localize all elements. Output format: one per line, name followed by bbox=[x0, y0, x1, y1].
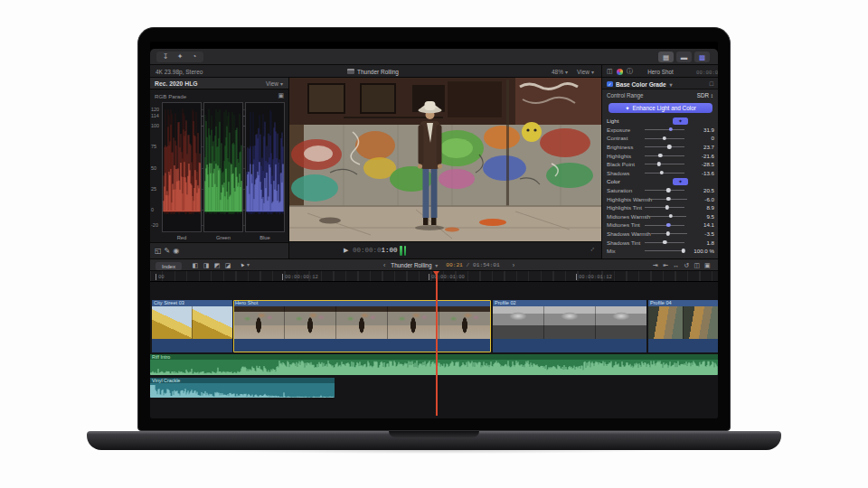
clip-hero-shot[interactable]: Hero Shot bbox=[233, 300, 491, 352]
viewer-view-dropdown[interactable]: View▾ bbox=[577, 69, 594, 75]
effect-row[interactable]: ✓ Base Color Grade ▾ □ bbox=[602, 78, 718, 89]
inspector-slider-row: Shadows Warmth-3.5 bbox=[602, 230, 718, 239]
overwrite-clip-icon[interactable]: ◪ bbox=[222, 261, 233, 270]
background-tasks-icon[interactable]: ◔ bbox=[187, 52, 202, 61]
slider-value: -21.6 bbox=[688, 153, 714, 159]
slider-handle[interactable] bbox=[666, 231, 670, 235]
keyword-editor-icon[interactable]: ✦ bbox=[173, 52, 187, 61]
import-media-icon[interactable]: ↧ bbox=[158, 52, 173, 61]
inspector-slider-row: Midtones Tint14.1 bbox=[602, 221, 718, 230]
slider-label: Midtones Tint bbox=[607, 221, 645, 228]
project-title: Thunder Rolling bbox=[347, 69, 399, 75]
control-range-select[interactable]: SDR ↕ bbox=[697, 92, 713, 99]
clip-thumb bbox=[493, 306, 544, 339]
insert-clip-icon[interactable]: ◨ bbox=[201, 261, 212, 270]
clip-city-street-03[interactable]: City Street 03 bbox=[152, 300, 232, 352]
slider-handle[interactable] bbox=[669, 214, 673, 218]
slider-handle[interactable] bbox=[666, 197, 670, 201]
slider-value: -6.0 bbox=[691, 196, 714, 202]
next-project-button[interactable]: › bbox=[513, 262, 514, 268]
slider-shadows[interactable] bbox=[645, 169, 684, 176]
clip-profile-02[interactable]: Profile 02 bbox=[493, 300, 646, 352]
audio-track-riff-intro[interactable]: Riff Intro bbox=[150, 354, 718, 375]
timeline-toggle-icon[interactable]: ▬ bbox=[676, 52, 692, 62]
viewer-zoom-dropdown[interactable]: 48%▾ bbox=[552, 69, 568, 75]
clip-name: City Street 03 bbox=[152, 300, 232, 306]
clip-thumbnails bbox=[648, 306, 718, 339]
skimming-icon[interactable]: ↺ bbox=[682, 261, 693, 270]
scope-annotate-icon[interactable]: ✎ bbox=[165, 247, 171, 256]
slider-track bbox=[645, 155, 684, 156]
slider-shadows-warmth[interactable] bbox=[651, 230, 687, 238]
connect-clip-icon[interactable]: ◧ bbox=[190, 261, 201, 270]
scopes-view-dropdown[interactable]: View▾ bbox=[266, 80, 283, 87]
tools-dropdown[interactable]: ▲▾ bbox=[239, 261, 250, 267]
slider-midtones-tint[interactable] bbox=[645, 221, 684, 229]
clip-profile-04[interactable]: Profile 04 bbox=[648, 300, 718, 352]
browser-toggle-icon[interactable]: ▦ bbox=[658, 52, 674, 62]
slider-handle[interactable] bbox=[658, 154, 662, 157]
audio-meters-icon[interactable]: ▣ bbox=[703, 261, 713, 270]
inspector-slider-row: Shadows-13.6 bbox=[602, 169, 718, 178]
slider-handle[interactable] bbox=[657, 162, 661, 165]
slider-highlights[interactable] bbox=[645, 152, 684, 159]
playhead[interactable] bbox=[436, 271, 438, 416]
slider-handle[interactable] bbox=[681, 249, 684, 252]
slider-contrast[interactable] bbox=[645, 135, 684, 142]
ruler-mark: 00:00:01:00 bbox=[429, 274, 465, 280]
slider-handle[interactable] bbox=[667, 145, 671, 148]
slider-handle[interactable] bbox=[663, 136, 666, 140]
slider-black-point[interactable] bbox=[645, 161, 684, 168]
scope-layout-icon[interactable]: ◱ bbox=[155, 247, 162, 256]
extend-edit-icon[interactable]: ↔ bbox=[671, 261, 682, 270]
trim-end-icon[interactable]: ⇤ bbox=[661, 261, 672, 270]
fullscreen-icon[interactable]: ↕ bbox=[590, 246, 596, 252]
scopes-header: Rec. 2020 HLG View▾ bbox=[150, 78, 289, 89]
scope-settings-icon[interactable]: ▣ bbox=[278, 92, 284, 99]
slider-handle[interactable] bbox=[660, 171, 664, 174]
slider-value: -3.5 bbox=[691, 230, 714, 237]
slider-label: Midtones Warmth bbox=[607, 213, 650, 220]
trim-start-icon[interactable]: ⇥ bbox=[650, 261, 661, 270]
viewer-video[interactable] bbox=[289, 78, 601, 241]
slider-value: 14.1 bbox=[688, 221, 714, 228]
slider-handle[interactable] bbox=[663, 240, 666, 244]
slider-midtones-warmth[interactable] bbox=[650, 212, 686, 220]
effect-checkbox[interactable]: ✓ bbox=[607, 81, 613, 88]
timeline-project-name[interactable]: Thunder Rolling ▾ bbox=[391, 262, 438, 268]
slider-highlights-warmth[interactable] bbox=[652, 195, 687, 202]
chevron-down-icon: ▾ bbox=[247, 262, 250, 267]
slider-brightness[interactable] bbox=[645, 144, 684, 151]
clip-thumb bbox=[544, 306, 596, 339]
scopes-toolbar: ◱✎◉ bbox=[150, 242, 289, 258]
edit-buttons-group: ◧◨◩◪ bbox=[190, 261, 233, 270]
section-label: Light bbox=[607, 117, 673, 124]
timeline-ruler[interactable]: 0000:00:00:1200:00:01:0000:00:01:12 bbox=[150, 271, 718, 282]
slider-handle[interactable] bbox=[666, 223, 670, 227]
index-button[interactable]: Index bbox=[156, 262, 182, 270]
slider-saturation[interactable] bbox=[645, 187, 684, 194]
section-enhance-toggle[interactable]: ✦ bbox=[673, 178, 688, 185]
slider-highlights-tint[interactable] bbox=[645, 204, 684, 211]
chevron-down-icon: ▾ bbox=[280, 81, 283, 87]
append-clip-icon[interactable]: ◩ bbox=[212, 261, 222, 270]
slider-shadows-tint[interactable] bbox=[645, 239, 684, 246]
play-button[interactable]: ▶ bbox=[344, 247, 348, 254]
page: ↧✦◔ ▦▬▩ 4K 23.98p, Stereo Thunder Rollin… bbox=[0, 0, 868, 488]
scope-camera-icon[interactable]: ◉ bbox=[173, 247, 179, 256]
previous-project-button[interactable]: ‹ bbox=[383, 262, 385, 268]
scopes-panel: RGB Parade ▣ 1201141007550250-20RedGreen… bbox=[150, 89, 289, 242]
audio-track-vinyl-crackle[interactable]: Vinyl Crackle bbox=[150, 378, 335, 398]
slider-handle[interactable] bbox=[665, 205, 668, 209]
effect-detach-icon[interactable]: □ bbox=[710, 80, 713, 87]
enhance-light-color-button[interactable]: ✦ Enhance Light and Color bbox=[609, 103, 712, 113]
slider-handle[interactable] bbox=[666, 188, 670, 192]
slider-handle[interactable] bbox=[669, 127, 673, 131]
section-enhance-toggle[interactable]: ✦ bbox=[673, 117, 688, 125]
inspector-toggle-icon[interactable]: ▩ bbox=[694, 52, 710, 62]
slider-label: Contrast bbox=[607, 135, 645, 141]
slider-mix[interactable] bbox=[645, 248, 684, 255]
slider-exposure[interactable] bbox=[645, 126, 684, 133]
snapping-icon[interactable]: ◫ bbox=[692, 261, 703, 270]
inspector-section-light: Light✦ bbox=[602, 117, 718, 126]
